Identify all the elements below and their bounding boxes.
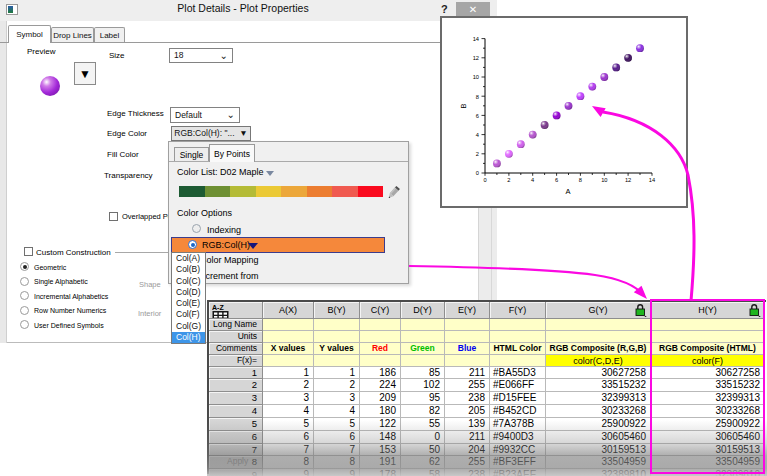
svg-text:2: 2 [476, 151, 479, 157]
svg-text:A-Z: A-Z [212, 304, 224, 311]
svg-text:14: 14 [473, 36, 479, 42]
svg-text:6: 6 [476, 113, 479, 119]
svg-text:A: A [565, 187, 570, 196]
svg-text:14: 14 [649, 177, 655, 183]
svg-text:2: 2 [507, 177, 510, 183]
svg-text:4: 4 [476, 132, 479, 138]
svg-text:8: 8 [579, 177, 582, 183]
svg-text:12: 12 [625, 177, 631, 183]
svg-text:0: 0 [483, 177, 486, 183]
svg-text:10: 10 [601, 177, 607, 183]
svg-text:B: B [459, 103, 468, 108]
svg-text:8: 8 [476, 94, 479, 100]
svg-text:10: 10 [473, 74, 479, 80]
svg-text:4: 4 [531, 177, 534, 183]
svg-text:0: 0 [476, 170, 479, 176]
svg-text:12: 12 [473, 55, 479, 61]
svg-text:6: 6 [555, 177, 558, 183]
